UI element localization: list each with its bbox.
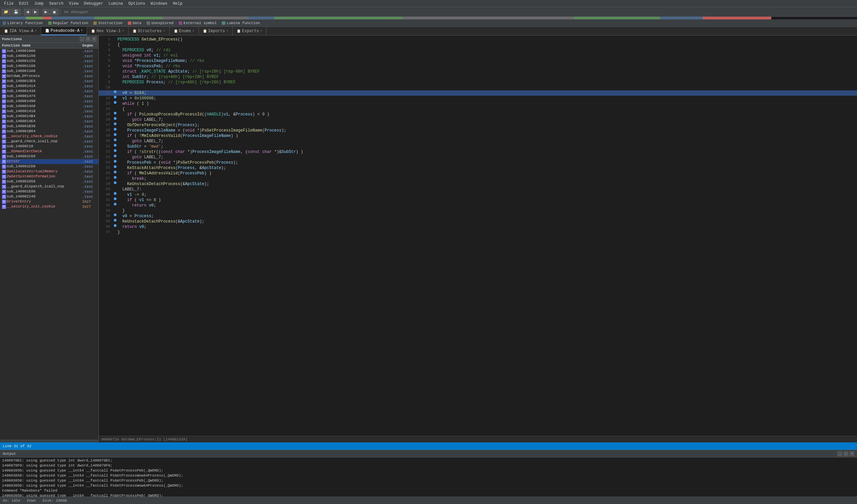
function-row[interactable]: f__guard_check_icall_nop.text	[0, 139, 98, 144]
code-line[interactable]: 15 if ( PsLookupProcessByProcessId((HAND…	[99, 112, 857, 117]
toolbar-forward[interactable]: ▶	[32, 9, 39, 15]
tab-close-btn[interactable]: ×	[226, 29, 228, 33]
function-row[interactable]: fsub_140001B64.text	[0, 129, 98, 134]
function-row[interactable]: fsub_1400014A0.text	[0, 104, 98, 109]
code-line[interactable]: 7 struct _KAPC_STATE ApcState; // [rsp+2…	[99, 69, 857, 74]
code-line[interactable]: 1PEPROCESS Getdwm_EProcess()	[99, 37, 857, 42]
function-row[interactable]: fsub_140001150.text	[0, 53, 98, 58]
function-row[interactable]: f__security_check_cookie.text	[0, 134, 98, 139]
function-row[interactable]: fsub_140001000.text	[0, 49, 98, 54]
tab-close-btn[interactable]: ×	[35, 29, 37, 33]
menu-jump[interactable]: Jump	[32, 1, 47, 7]
menu-edit[interactable]: Edit	[16, 1, 32, 7]
code-line[interactable]: 6 void *ProcessPeb; // rbx	[99, 64, 857, 69]
code-line[interactable]: 20 goto LABEL_7;	[99, 138, 857, 144]
menu-view[interactable]: View	[66, 1, 81, 7]
tab-close-btn[interactable]: ×	[81, 29, 83, 32]
function-row[interactable]: fsub_14000115S.text	[0, 58, 98, 64]
code-line[interactable]: 8 int SubStr; // [rsp+A0h] [rbp+20h] BYR…	[99, 74, 857, 80]
function-row[interactable]: fsub_140001438.text	[0, 89, 98, 94]
code-line[interactable]: 29 LABEL_7:	[99, 187, 857, 192]
function-row[interactable]: fsub_140001414.text	[0, 84, 98, 89]
code-line[interactable]: 25 KeStackAttachProcess(Process, &ApcSta…	[99, 165, 857, 171]
tab-close-btn[interactable]: ×	[122, 29, 124, 33]
function-row[interactable]: fsub_140001490.text	[0, 99, 98, 104]
code-line[interactable]: 33 }	[99, 208, 857, 214]
code-line[interactable]: 4 unsigned int v1; // esi	[99, 53, 857, 58]
code-line[interactable]: 9 PEPROCESS Process; // [rsp+A8h] [rbp+2…	[99, 80, 857, 85]
function-row[interactable]: fsub_140001E80.text	[0, 189, 98, 194]
col-function-name[interactable]: Function name	[0, 43, 80, 49]
toolbar-save[interactable]: 💾	[11, 9, 21, 15]
function-row[interactable]: f__security_init_cookieINIT	[0, 204, 98, 209]
function-row[interactable]: fstrstr.text	[0, 159, 98, 164]
code-content[interactable]: 1PEPROCESS Getdwm_EProcess()2{3 PEPROCES…	[99, 35, 857, 436]
code-line[interactable]: 28 KeUnstackDetachProcess(&ApcState);	[99, 181, 857, 187]
panel-icon-maximize[interactable]: □	[86, 37, 90, 41]
tab-hex-view-1[interactable]: 📋Hex View-1×	[87, 27, 128, 35]
code-line[interactable]: 10	[99, 85, 857, 90]
code-line[interactable]: 14 {	[99, 106, 857, 112]
function-row[interactable]: fsub_140001DS0.text	[0, 179, 98, 184]
function-row[interactable]: fsub_14000C10.text	[0, 144, 98, 149]
code-line[interactable]: 24 ProcessPeb = (void *)PsGetProcessPeb(…	[99, 160, 857, 165]
function-row[interactable]: fsub_140001474.text	[0, 94, 98, 99]
code-line[interactable]: 19 if ( !MmIsAddressValid(ProcessImageFi…	[99, 133, 857, 138]
code-line[interactable]: 36 return v0;	[99, 224, 857, 230]
code-line[interactable]: 18 ProcessImageFileName = (void *)PsGetP…	[99, 128, 857, 133]
code-line[interactable]: 2{	[99, 42, 857, 48]
function-row[interactable]: fsub_140001C60.text	[0, 154, 98, 159]
tab-close-btn[interactable]: ×	[163, 29, 165, 33]
menu-file[interactable]: File	[1, 1, 16, 7]
code-line[interactable]: 11 v0 = 0i64;	[99, 90, 857, 96]
output-maximize[interactable]: □	[844, 452, 848, 456]
code-line[interactable]: 37}	[99, 230, 857, 235]
toolbar-stop[interactable]: ⏹	[50, 9, 58, 15]
code-line[interactable]: 22 if ( !strstr((const char *)ProcessIma…	[99, 149, 857, 155]
tab-close-btn[interactable]: ×	[260, 29, 262, 33]
code-line[interactable]: 26 if ( MmIsAddressValid(ProcessPeb) )	[99, 171, 857, 176]
code-line[interactable]: 34 v0 = Process;	[99, 214, 857, 219]
code-line[interactable]: 12 v1 = 0x100000;	[99, 96, 857, 101]
panel-icon-minimize[interactable]: _	[80, 37, 84, 41]
tab-enums[interactable]: 📋Enums×	[170, 27, 199, 35]
function-row[interactable]: fsub_140002140.text	[0, 194, 98, 199]
menu-windows[interactable]: Windows	[148, 1, 170, 7]
tab-pseudocode-a[interactable]: 📄Pseudocode-A×	[41, 27, 87, 35]
function-row[interactable]: f__GSHandlerCheck.text	[0, 149, 98, 154]
function-row[interactable]: fsub_140001418.text	[0, 109, 98, 114]
menu-help[interactable]: Help	[170, 1, 185, 7]
output-close[interactable]: ×	[850, 452, 854, 456]
code-line[interactable]: 3 PEPROCESS v0; // rdi	[99, 48, 857, 53]
function-row[interactable]: fGetdwm_EProcess.text	[0, 73, 98, 79]
tab-exports[interactable]: 📋Exports×	[233, 27, 267, 35]
output-minimize[interactable]: _	[838, 452, 842, 456]
menu-search[interactable]: Search	[46, 1, 66, 7]
functions-scrollbar-h[interactable]	[0, 440, 98, 442]
toolbar-back[interactable]: ◀	[24, 9, 31, 15]
code-line[interactable]: 16 goto LABEL_7;	[99, 117, 857, 122]
function-row[interactable]: fsub_140001188.text	[0, 64, 98, 69]
function-row[interactable]: fsub_1400013E0.text	[0, 79, 98, 84]
function-row[interactable]: fsub_1400014B4.text	[0, 114, 98, 119]
function-row[interactable]: fsub_140001CD0.text	[0, 164, 98, 169]
function-row[interactable]: fsub_140001B30.text	[0, 124, 98, 129]
function-row[interactable]: fZwSetSystemInformation.text	[0, 174, 98, 179]
code-line[interactable]: 30 v1 -= 4;	[99, 192, 857, 198]
code-line[interactable]: 35 KeUnstackDetachProcess(&ApcState);	[99, 219, 857, 224]
menu-lumina[interactable]: Lumina	[106, 1, 125, 7]
code-line[interactable]: 27 break;	[99, 176, 857, 181]
code-line[interactable]: 31 if ( v1 <= 8 )	[99, 198, 857, 203]
menu-debugger[interactable]: Debugger	[81, 1, 106, 7]
menu-options[interactable]: Options	[125, 1, 148, 7]
function-row[interactable]: fsub_1400014E4.text	[0, 119, 98, 124]
function-row[interactable]: fDriverEntryINIT	[0, 199, 98, 204]
code-line[interactable]: 17 ObfDereferenceObject(Process);	[99, 122, 857, 128]
code-line[interactable]: 21 SubStr = 'mwd';	[99, 144, 857, 149]
code-line[interactable]: 5 void *ProcessImageFileName; // rbx	[99, 58, 857, 64]
panel-icon-close[interactable]: ×	[92, 37, 97, 41]
code-line[interactable]: 13 while ( 1 )	[99, 101, 857, 106]
col-segment[interactable]: Segme	[80, 43, 98, 49]
code-line[interactable]: 32 return v0;	[99, 203, 857, 208]
code-line[interactable]: 23 goto LABEL_7;	[99, 155, 857, 160]
